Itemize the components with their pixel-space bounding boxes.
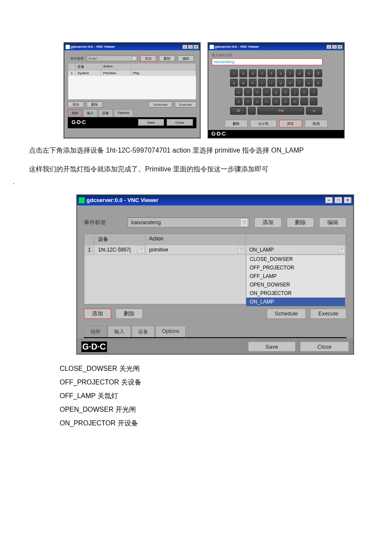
table-row[interactable]: 1 System Primitive Play <box>68 70 196 76</box>
key-v[interactable]: v <box>263 98 271 105</box>
chevron-down-icon[interactable]: ▽ <box>138 246 144 253</box>
add-button[interactable]: 添加 <box>254 217 282 228</box>
tag-name-input[interactable] <box>212 58 323 65</box>
tab-action[interactable]: 动作 <box>84 326 107 337</box>
tab-options[interactable]: Options <box>114 109 133 117</box>
tab-options[interactable]: Options <box>156 326 186 337</box>
minimize-icon[interactable]: – <box>326 45 331 49</box>
kb-delete-button[interactable]: 删除 <box>225 120 248 127</box>
delete-button[interactable]: 删除 <box>287 217 314 228</box>
key-i[interactable]: i <box>296 79 303 87</box>
execute-button[interactable]: Execute <box>310 309 346 319</box>
key-,[interactable]: , <box>300 98 308 105</box>
edit-button[interactable]: 编辑 <box>178 55 194 61</box>
key-j[interactable]: j <box>291 88 299 96</box>
chevron-down-icon[interactable] <box>132 56 136 61</box>
key-7[interactable]: 7 <box>286 69 294 77</box>
percent-key[interactable]: % <box>306 107 322 115</box>
action-select[interactable]: primitive ▽ <box>146 245 246 254</box>
device-select[interactable]: 1ht-12C-5997( ▽ <box>95 245 146 254</box>
key-q[interactable]: q <box>230 79 238 87</box>
tab-action[interactable]: 动作 <box>68 109 82 117</box>
key-0[interactable]: 0 <box>314 69 322 77</box>
delete-row-button[interactable]: 删除 <box>115 309 143 319</box>
key-k[interactable]: k <box>300 88 308 96</box>
key-4[interactable]: 4 <box>258 69 266 77</box>
kb-cancel-button[interactable]: 取消 <box>305 120 328 127</box>
key-h[interactable]: h <box>282 88 289 96</box>
key-1[interactable]: 1 <box>230 69 238 77</box>
key-u[interactable]: u <box>286 79 294 87</box>
logo: G·D·C <box>211 131 226 137</box>
chevron-down-icon[interactable]: ▽ <box>238 246 245 253</box>
tab-input[interactable]: 输入 <box>83 109 98 117</box>
schedule-button[interactable]: Schedule <box>267 309 306 319</box>
key-p[interactable]: p <box>314 79 322 87</box>
delete-button[interactable]: 删除 <box>159 55 175 61</box>
dropdown-option[interactable]: ON_LAMP <box>246 298 345 306</box>
space-key[interactable]: 空格 <box>257 107 304 115</box>
close-icon[interactable]: × <box>193 45 199 49</box>
delete-row-button[interactable]: 删除 <box>86 101 103 107</box>
key-y[interactable]: y <box>277 79 285 87</box>
minimize-icon[interactable]: – <box>325 197 333 203</box>
dropdown-option[interactable]: OPEN_DOWSER <box>246 280 345 289</box>
dropdown-option[interactable]: OFF_PROJECTOR <box>246 263 345 272</box>
key-2[interactable]: 2 <box>239 69 247 77</box>
key-d[interactable]: d <box>254 88 261 96</box>
maximize-icon[interactable]: □ <box>334 197 342 203</box>
save-button[interactable]: Save <box>248 341 296 352</box>
key-z[interactable]: z <box>235 98 242 105</box>
key-.[interactable]: . <box>310 98 317 105</box>
key-w[interactable]: w <box>239 79 247 87</box>
maximize-icon[interactable]: □ <box>188 45 193 49</box>
key-n[interactable]: n <box>282 98 289 105</box>
close-button[interactable]: Close <box>300 341 349 352</box>
key-l[interactable]: l <box>310 88 317 96</box>
event-select[interactable]: kaixiandeng ▽ <box>127 217 249 228</box>
add-button[interactable]: 添加 <box>140 55 156 61</box>
close-button[interactable]: Close <box>167 119 193 126</box>
dropdown-option[interactable]: CLOSE_DOWSER <box>246 255 345 263</box>
key-s[interactable]: s <box>244 88 252 96</box>
key-t[interactable]: t <box>268 79 275 87</box>
key-x[interactable]: x <box>244 98 252 105</box>
event-select[interactable]: PLAY <box>86 55 138 61</box>
chevron-down-icon[interactable]: ▽ <box>240 218 248 227</box>
minimize-icon[interactable]: – <box>182 45 187 49</box>
edit-button[interactable]: 编辑 <box>319 217 346 228</box>
dropdown-option[interactable]: OFF_LAMP <box>246 272 345 280</box>
key-f[interactable]: f <box>263 88 271 96</box>
key-5[interactable]: 5 <box>268 69 275 77</box>
key-c[interactable]: c <box>254 98 261 105</box>
close-icon[interactable]: × <box>344 197 352 203</box>
key-o[interactable]: o <box>305 79 313 87</box>
key-8[interactable]: 8 <box>296 69 303 77</box>
key-g[interactable]: g <box>272 88 280 96</box>
schedule-button[interactable]: Schedule <box>149 101 172 107</box>
tab-input[interactable]: 输入 <box>108 326 131 337</box>
add-row-button[interactable]: 添加 <box>84 309 111 319</box>
key-e[interactable]: e <box>249 79 257 87</box>
kb-case-button[interactable]: 大小写 <box>250 120 277 127</box>
key-m[interactable]: m <box>291 98 299 105</box>
save-button[interactable]: Save <box>138 119 164 126</box>
key-r[interactable]: r <box>258 79 266 87</box>
close-icon[interactable]: × <box>337 45 343 49</box>
command-select[interactable]: ON_LAMP ▽ CLOSE_DOWSEROFF_PROJECTOROFF_L… <box>246 245 346 254</box>
dropdown-option[interactable]: ON_PROJECTOR <box>246 289 345 298</box>
add-row-button[interactable]: 添加 <box>68 101 84 107</box>
tab-device[interactable]: 设备 <box>132 326 155 337</box>
dash-key[interactable]: - <box>248 107 256 115</box>
key-b[interactable]: b <box>272 98 280 105</box>
chevron-down-icon[interactable]: ▽ <box>338 246 345 253</box>
key-a[interactable]: a <box>235 88 242 96</box>
tab-device[interactable]: 设备 <box>98 109 113 117</box>
backspace-key[interactable]: ⌫ <box>230 107 246 115</box>
maximize-icon[interactable]: □ <box>332 45 337 49</box>
key-6[interactable]: 6 <box>277 69 285 77</box>
execute-button[interactable]: Execute <box>175 101 196 107</box>
key-3[interactable]: 3 <box>249 69 257 77</box>
key-9[interactable]: 9 <box>305 69 313 77</box>
kb-enter-button[interactable]: 回车 <box>279 120 302 127</box>
